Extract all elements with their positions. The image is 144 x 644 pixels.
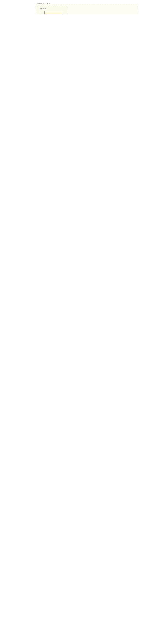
attr-id[interactable]: id (44, 11, 62, 14)
attributes-label: attributes (39, 8, 47, 10)
attr-title: id (46, 12, 47, 14)
